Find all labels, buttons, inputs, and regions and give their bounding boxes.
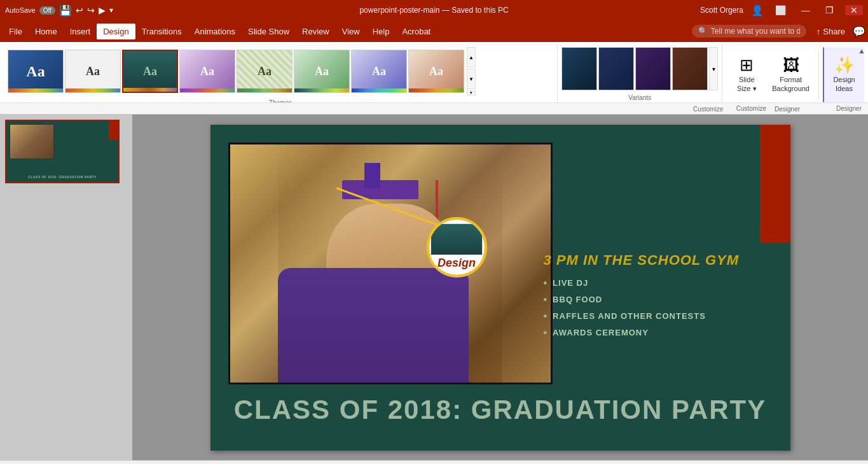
slide-mini-title: CLASS OF 2018: GRADUATION PARTY (10, 175, 115, 179)
slide-size-button[interactable]: ⊞ SlideSize ▾ (727, 47, 766, 102)
menu-item-home[interactable]: Home (29, 24, 64, 39)
slide-size-icon: ⊞ (740, 57, 754, 73)
slide-photo[interactable] (228, 143, 553, 384)
format-background-icon: 🖼 (783, 57, 799, 73)
restore-window-icon[interactable]: ⬜ (771, 5, 790, 15)
themes-row: Aa Aa Aa Aa (8, 45, 553, 98)
right-tools: ⊞ SlideSize ▾ 🖼 FormatBackground ✨ Desig… (722, 45, 864, 102)
theme-item-pattern[interactable]: Aa (237, 50, 293, 93)
menu-item-view[interactable]: View (336, 24, 366, 39)
slide-size-label: SlideSize ▾ (737, 76, 756, 92)
variants-group: ▾ Variants (558, 45, 722, 102)
bullet-item-1: LIVE DJ (544, 278, 773, 289)
theme-item-light[interactable]: Aa (65, 50, 121, 93)
annotation-circle: Design (427, 217, 487, 278)
maximize-btn[interactable]: ❐ (822, 5, 837, 15)
menu-item-acrobat[interactable]: Acrobat (396, 24, 437, 39)
variant-scroll-btn[interactable]: ▾ (709, 47, 718, 90)
designer-section-label: Designer (836, 105, 862, 112)
ribbon: Aa Aa Aa Aa (0, 42, 868, 115)
slide-mini-red-bar (109, 121, 118, 140)
menu-item-transitions[interactable]: Transitions (135, 24, 188, 39)
bullet-item-4: AWARDS CEREMONY (544, 327, 773, 339)
format-background-button[interactable]: 🖼 FormatBackground (767, 47, 815, 102)
slide-right-content: 3 PM IN THE SCHOOL GYM LIVE DJ BBQ FOOD … (544, 252, 773, 344)
search-input[interactable] (711, 27, 800, 36)
themes-label: Themes (8, 98, 553, 102)
theme-aa-label: Aa (26, 63, 45, 80)
share-icon: ↑ (816, 27, 821, 36)
ribbon-footer: Customize Designer CustomizeDesigner (0, 102, 868, 114)
slide-red-bar (760, 125, 790, 243)
slide-panel: 1 CLASS OF 2018: GRADUATION PARTY (0, 115, 132, 460)
share-button[interactable]: ↑ Share (811, 24, 850, 39)
menu-item-animations[interactable]: Animations (188, 24, 242, 39)
slide-canvas[interactable]: 3 PM IN THE SCHOOL GYM LIVE DJ BBQ FOOD … (210, 125, 790, 451)
ribbon-collapse-btn[interactable]: ▲ (858, 45, 865, 56)
menu-item-insert[interactable]: Insert (64, 24, 97, 39)
user-name: Scott Orgera (700, 6, 743, 15)
ribbon-content: Aa Aa Aa Aa (0, 42, 868, 102)
autosave-label: AutoSave (5, 6, 36, 14)
design-ideas-icon: ✨ (834, 57, 855, 73)
menu-item-help[interactable]: Help (366, 24, 396, 39)
comments-button[interactable]: 💬 (853, 25, 865, 38)
bullet-item-3: RAFFLES AND OTHER CONTESTS (544, 311, 773, 322)
search-icon: 🔍 (698, 27, 708, 36)
menu-item-file[interactable]: File (3, 24, 29, 39)
annotation-inner: Design (427, 218, 487, 276)
theme-item-purple[interactable]: Aa (179, 50, 235, 93)
menu-item-review[interactable]: Review (296, 24, 336, 39)
autosave-toggle[interactable]: Off (39, 6, 55, 15)
undo-icon[interactable]: ↩ (76, 5, 83, 15)
theme-scroll-up[interactable]: ▲ (467, 47, 476, 67)
bullet-item-2: BBQ FOOD (544, 294, 773, 306)
menu-item-slideshow[interactable]: Slide Show (242, 24, 296, 39)
search-box[interactable]: 🔍 (692, 25, 806, 38)
theme-item-orange[interactable]: Aa (408, 50, 464, 93)
design-ideas-label: DesignIdeas (833, 76, 855, 92)
variant-item-4[interactable] (672, 47, 708, 90)
themes-group: Aa Aa Aa Aa (4, 45, 558, 102)
theme-item-default[interactable]: Aa (8, 50, 64, 93)
slide-title: CLASS OF 2018: GRADUATION PARTY (228, 395, 773, 425)
slide-mini-preview: CLASS OF 2018: GRADUATION PARTY (6, 121, 118, 182)
variant-item-2[interactable] (598, 47, 634, 90)
close-btn[interactable]: ✕ (845, 5, 863, 15)
slide-bullets: LIVE DJ BBQ FOOD RAFFLES AND OTHER CONTE… (544, 278, 773, 339)
canvas-area: 3 PM IN THE SCHOOL GYM LIVE DJ BBQ FOOD … (132, 115, 868, 460)
slide-thumbnail-1[interactable]: 1 CLASS OF 2018: GRADUATION PARTY (5, 120, 127, 183)
theme-scroll-controls: ▲ ▼ ▾ (467, 47, 476, 95)
variant-item-3[interactable] (635, 47, 671, 90)
menu-item-design[interactable]: Design (97, 24, 135, 39)
window-title: powerpoint-poster-main — Saved to this P… (359, 6, 508, 15)
slide-thumb-image: CLASS OF 2018: GRADUATION PARTY (5, 120, 120, 183)
menu-bar: File Home Insert Design Transitions Anim… (0, 20, 868, 42)
share-label: Share (823, 27, 845, 36)
annotation-label: Design (431, 255, 483, 271)
titlebar-left: AutoSave Off 💾 ↩ ↪ ▶ ▾ (5, 4, 113, 17)
format-background-label: FormatBackground (772, 76, 809, 92)
theme-item-design[interactable]: Aa (122, 50, 178, 93)
present-icon[interactable]: ▶ (99, 5, 106, 15)
theme-scroll-down[interactable]: ▼ (467, 69, 476, 89)
variants-row: ▾ (561, 45, 718, 93)
redo-icon[interactable]: ↪ (87, 5, 95, 15)
theme-item-green[interactable]: Aa (294, 50, 350, 93)
slide-time: 3 PM IN THE SCHOOL GYM (544, 252, 773, 269)
account-icon[interactable]: 👤 (751, 4, 764, 17)
titlebar-right: Scott Orgera 👤 ⬜ — ❐ ✕ (700, 4, 863, 17)
slide-mini-photo (10, 124, 54, 159)
title-bar: AutoSave Off 💾 ↩ ↪ ▶ ▾ powerpoint-poster… (0, 0, 868, 20)
customize-section-label: Customize (736, 105, 766, 112)
variant-item-1[interactable] (561, 47, 597, 90)
customize-qat-icon[interactable]: ▾ (109, 6, 113, 15)
theme-item-blue[interactable]: Aa (351, 50, 407, 93)
status-bar: Slide 1 of 1 📋 📝 Notes | ⊞ ⊟ 📖 ▶ | － ＋ 7… (0, 460, 868, 464)
ribbon-divider (818, 50, 819, 100)
main-area: 1 CLASS OF 2018: GRADUATION PARTY (0, 115, 868, 460)
save-icon[interactable]: 💾 (59, 4, 72, 17)
minimize-btn[interactable]: — (797, 5, 814, 15)
customize-label: Customize (693, 106, 723, 113)
theme-scroll-more[interactable]: ▾ (467, 90, 476, 95)
